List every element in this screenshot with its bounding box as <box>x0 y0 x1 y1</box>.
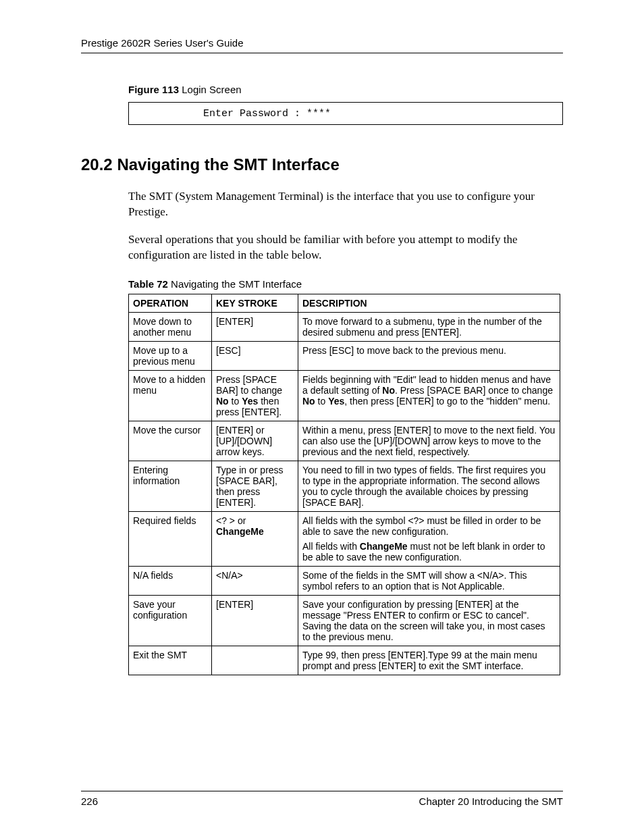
table-header-row: OPERATION KEY STROKE DESCRIPTION <box>129 294 560 312</box>
smt-operations-table: OPERATION KEY STROKE DESCRIPTION Move do… <box>128 294 560 675</box>
table-row: Move to a hidden menuPress [SPACE BAR] t… <box>129 370 560 421</box>
table-label: Table 72 <box>128 278 168 290</box>
cell-operation: Entering information <box>129 461 212 511</box>
body-paragraph-1: The SMT (System Management Terminal) is … <box>128 189 563 220</box>
figure-label: Figure 113 <box>128 84 179 95</box>
cell-operation: Move to a hidden menu <box>129 370 212 421</box>
cell-operation: Exit the SMT <box>129 646 212 675</box>
cell-operation: Move the cursor <box>129 421 212 461</box>
table-row: Move down to another menu[ENTER]To move … <box>129 312 560 341</box>
col-header-description: DESCRIPTION <box>298 294 560 312</box>
figure-content: Enter Password : **** <box>203 108 331 120</box>
cell-description: All fields with the symbol <?> must be f… <box>298 511 560 566</box>
cell-description: To move forward to a submenu, type in th… <box>298 312 560 341</box>
table-row: Exit the SMTType 99, then press [ENTER].… <box>129 646 560 675</box>
cell-keystroke <box>212 646 298 675</box>
cell-operation: Move up to a previous menu <box>129 341 212 370</box>
chapter-label: Chapter 20 Introducing the SMT <box>419 796 563 807</box>
cell-keystroke: <N/A> <box>212 566 298 595</box>
body-paragraph-2: Several operations that you should be fa… <box>128 232 563 263</box>
cell-operation: Save your configuration <box>129 595 212 646</box>
table-row: Move up to a previous menu[ESC]Press [ES… <box>129 341 560 370</box>
cell-operation: Move down to another menu <box>129 312 212 341</box>
table-row: Required fields<? > or ChangeMeAll field… <box>129 511 560 566</box>
table-row: N/A fields<N/A>Some of the fields in the… <box>129 566 560 595</box>
page-footer: 226 Chapter 20 Introducing the SMT <box>81 791 563 807</box>
cell-keystroke: [ENTER] <box>212 312 298 341</box>
table-caption: Table 72 Navigating the SMT Interface <box>128 278 563 290</box>
table-label-rest: Navigating the SMT Interface <box>168 278 302 290</box>
cell-description: Within a menu, press [ENTER] to move to … <box>298 421 560 461</box>
cell-operation: N/A fields <box>129 566 212 595</box>
cell-description: Save your configuration by pressing [ENT… <box>298 595 560 646</box>
cell-operation: Required fields <box>129 511 212 566</box>
cell-keystroke: [ENTER] or [UP]/[DOWN] arrow keys. <box>212 421 298 461</box>
cell-description: Press [ESC] to move back to the previous… <box>298 341 560 370</box>
col-header-keystroke: KEY STROKE <box>212 294 298 312</box>
page-number: 226 <box>81 796 98 807</box>
cell-description: Some of the fields in the SMT will show … <box>298 566 560 595</box>
section-heading: 20.2 Navigating the SMT Interface <box>81 155 563 174</box>
cell-keystroke: Type in or press [SPACE BAR], then press… <box>212 461 298 511</box>
cell-description: You need to fill in two types of fields.… <box>298 461 560 511</box>
table-row: Move the cursor[ENTER] or [UP]/[DOWN] ar… <box>129 421 560 461</box>
cell-description: Type 99, then press [ENTER].Type 99 at t… <box>298 646 560 675</box>
cell-keystroke: <? > or ChangeMe <box>212 511 298 566</box>
figure-caption: Figure 113 Login Screen <box>128 84 563 95</box>
table-row: Save your configuration[ENTER]Save your … <box>129 595 560 646</box>
cell-description: Fields beginning with "Edit" lead to hid… <box>298 370 560 421</box>
cell-keystroke: [ESC] <box>212 341 298 370</box>
cell-keystroke: [ENTER] <box>212 595 298 646</box>
running-header: Prestige 2602R Series User's Guide <box>81 37 563 53</box>
col-header-operation: OPERATION <box>129 294 212 312</box>
table-row: Entering informationType in or press [SP… <box>129 461 560 511</box>
cell-keystroke: Press [SPACE BAR] to change No to Yes th… <box>212 370 298 421</box>
figure-login-screen: Enter Password : **** <box>128 102 563 125</box>
figure-label-rest: Login Screen <box>179 84 242 95</box>
